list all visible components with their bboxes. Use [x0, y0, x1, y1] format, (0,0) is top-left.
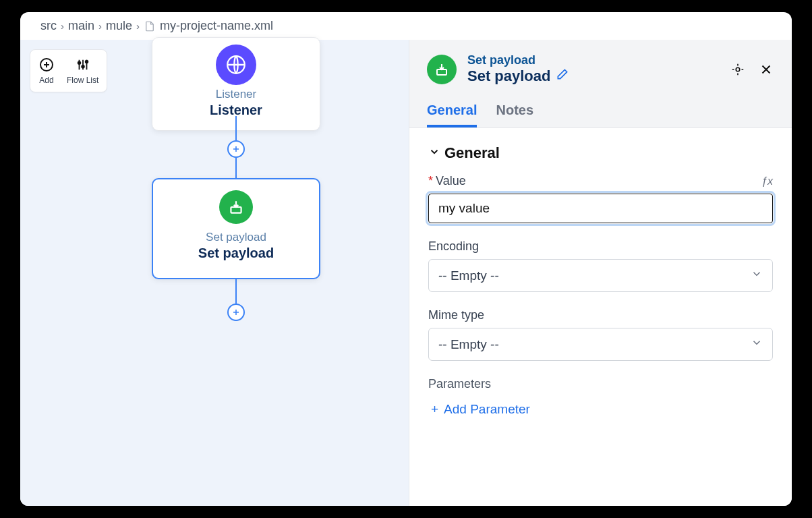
chevron-down-icon [751, 337, 763, 352]
field-label-text: Value [436, 174, 466, 188]
flow-list-button[interactable]: Flow List [61, 54, 104, 88]
panel-tabs: General Notes [427, 103, 774, 127]
node-type-label: Listener [152, 88, 320, 101]
flow-list-icon [75, 57, 91, 73]
required-indicator: * [428, 174, 433, 188]
add-node-button[interactable] [227, 304, 245, 321]
select-value: -- Empty -- [438, 268, 499, 283]
chevron-right-icon: › [98, 20, 102, 32]
main-area: Add Flow List Listener Listener [20, 40, 792, 506]
panel-header: Set payload Set payload [409, 40, 792, 128]
node-name: Set payload [153, 246, 319, 261]
focus-icon[interactable] [730, 61, 746, 78]
parameters-label: Parameters [428, 377, 773, 391]
toolbar-label: Add [39, 76, 53, 85]
tab-notes[interactable]: Notes [496, 103, 533, 127]
chevron-down-icon [751, 268, 763, 283]
parameters-section: Parameters + Add Parameter [428, 377, 773, 417]
file-icon [144, 20, 156, 32]
set-payload-icon [427, 55, 457, 84]
app-window: src › main › mule › my-project-name.xml … [20, 12, 792, 506]
close-icon[interactable] [758, 61, 774, 78]
flow-node-set-payload[interactable]: Set payload Set payload [152, 178, 320, 279]
flow-connector [235, 279, 237, 304]
set-payload-icon [219, 190, 253, 224]
add-parameter-button[interactable]: + Add Parameter [428, 402, 530, 417]
chevron-right-icon: › [136, 20, 140, 32]
details-panel: Set payload Set payload [409, 40, 792, 506]
add-node-button[interactable] [227, 140, 245, 158]
svg-point-2 [82, 65, 84, 68]
breadcrumb-part[interactable]: mule [106, 19, 132, 33]
field-value: * Value ƒx [428, 174, 773, 223]
chevron-right-icon: › [61, 20, 64, 32]
toolbar-label: Flow List [67, 76, 98, 85]
value-input[interactable] [428, 194, 773, 223]
svg-point-7 [736, 67, 740, 71]
breadcrumb: src › main › mule › my-project-name.xml [20, 12, 792, 40]
select-value: -- Empty -- [438, 337, 499, 352]
flow-canvas[interactable]: Add Flow List Listener Listener [20, 40, 409, 506]
breadcrumb-part[interactable]: main [68, 19, 94, 33]
field-mime-type: Mime type -- Empty -- [428, 308, 773, 361]
section-toggle-general[interactable]: General [428, 144, 773, 162]
section-title: General [444, 144, 500, 162]
panel-body: General * Value ƒx Encoding -- Empty [409, 128, 792, 433]
plus-icon: + [431, 402, 438, 417]
edit-icon[interactable] [556, 67, 569, 85]
add-button[interactable]: Add [33, 54, 60, 88]
breadcrumb-part[interactable]: src [40, 19, 57, 33]
flow-connector [235, 116, 237, 140]
field-label-text: Encoding [428, 239, 479, 254]
fx-icon[interactable]: ƒx [761, 175, 773, 188]
flow-connector [235, 158, 237, 178]
svg-point-3 [85, 61, 88, 63]
field-encoding: Encoding -- Empty -- [428, 239, 773, 292]
encoding-select[interactable]: -- Empty -- [428, 259, 773, 292]
node-type-label: Set payload [153, 231, 319, 244]
globe-icon [216, 45, 256, 85]
svg-point-1 [78, 61, 80, 64]
mime-type-select[interactable]: -- Empty -- [428, 328, 773, 361]
add-parameter-label: Add Parameter [444, 402, 530, 417]
breadcrumb-file[interactable]: my-project-name.xml [160, 19, 273, 33]
tab-general[interactable]: General [427, 103, 477, 127]
canvas-toolbar: Add Flow List [30, 49, 107, 92]
plus-circle-icon [38, 57, 55, 73]
panel-subtitle: Set payload [467, 53, 719, 67]
field-label-text: Mime type [428, 308, 484, 322]
chevron-down-icon [428, 144, 440, 162]
panel-title: Set payload [467, 67, 550, 85]
